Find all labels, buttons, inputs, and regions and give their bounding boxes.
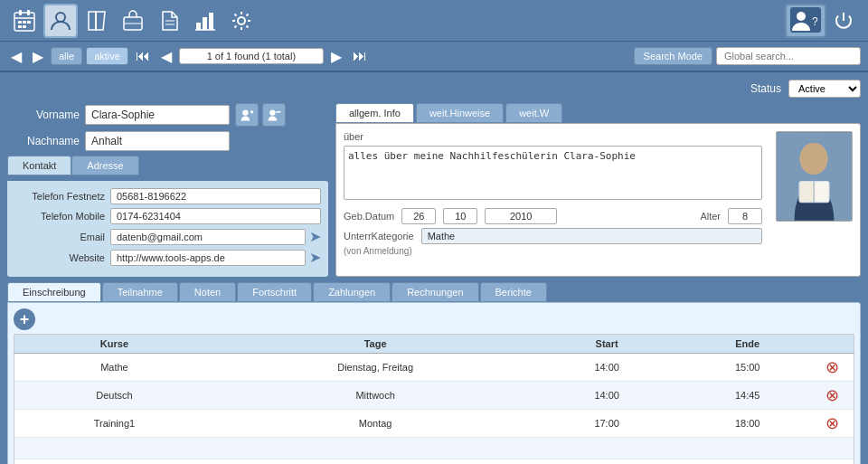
main-content: Status Active Vorname Nachnam xyxy=(0,72,868,464)
toolbar: ? xyxy=(0,0,868,42)
power-icon[interactable] xyxy=(826,4,861,38)
nachname-label: Nachname xyxy=(7,135,80,147)
tab-einschreibung[interactable]: Einschreibung xyxy=(7,282,101,302)
info-fields-row: Geb.Datum Alter xyxy=(344,208,762,224)
delete-course-button[interactable]: ⊗ xyxy=(826,357,839,377)
website-link-button[interactable]: ➤ xyxy=(309,249,321,266)
unterr-row: UnterrKategorie xyxy=(344,228,762,244)
telefon-mobile-input[interactable] xyxy=(110,208,321,224)
course-start: 14:00 xyxy=(536,354,677,382)
assistant-button[interactable]: ? xyxy=(785,4,826,38)
svg-rect-31 xyxy=(799,182,814,202)
nav-last-button[interactable]: ⏭ xyxy=(349,46,371,66)
telefon-festnetz-input[interactable] xyxy=(110,188,321,204)
table-row: Training1 Montag 17:00 18:00 ⊗ xyxy=(14,410,854,438)
settings-icon[interactable] xyxy=(224,4,259,38)
email-link-button[interactable]: ➤ xyxy=(309,228,321,245)
person-icons xyxy=(235,103,286,127)
status-select[interactable]: Active xyxy=(788,80,861,98)
remove-person-button[interactable] xyxy=(262,103,286,127)
svg-rect-5 xyxy=(23,21,26,24)
telefon-mobile-row: Telefon Mobile xyxy=(14,208,321,224)
status-label: Status xyxy=(750,82,781,95)
course-ende: 15:00 xyxy=(677,354,818,382)
tab-kontakt[interactable]: Kontakt xyxy=(7,156,71,175)
add-course-button[interactable]: + xyxy=(14,308,35,330)
global-search-input[interactable] xyxy=(716,47,861,65)
table-toolbar: + xyxy=(14,308,854,330)
tab-zahlungen[interactable]: Zahlungen xyxy=(313,282,391,302)
vorname-input[interactable] xyxy=(85,105,230,125)
course-start: 14:00 xyxy=(536,382,677,410)
nav-prev-button[interactable]: ◀ xyxy=(157,46,175,67)
nachname-input[interactable] xyxy=(85,131,230,151)
tab-allgem-info[interactable]: allgem. Info xyxy=(335,103,414,123)
nav-forward-button[interactable]: ▶ xyxy=(29,46,47,67)
tab-weit-hinweise[interactable]: weit.Hinweise xyxy=(416,103,504,123)
tab-noten[interactable]: Noten xyxy=(179,282,236,302)
unterr-kategorie-label: UnterrKategorie xyxy=(344,231,414,241)
header-start: Start xyxy=(536,335,677,354)
tab-fortschritt[interactable]: Fortschritt xyxy=(237,282,312,302)
geb-month-input[interactable] xyxy=(443,208,477,224)
unterr-kategorie-input[interactable] xyxy=(421,228,762,244)
svg-rect-1 xyxy=(19,10,22,15)
tab-weit-w[interactable]: weit.W xyxy=(505,103,562,123)
table-row: Mathe Dienstag, Freitag 14:00 15:00 ⊗ xyxy=(14,354,854,382)
email-label: Email xyxy=(14,232,105,242)
contact-icon[interactable] xyxy=(43,4,78,38)
add-person-button[interactable] xyxy=(235,103,259,127)
nav-back-button[interactable]: ◀ xyxy=(7,46,25,67)
enroll-content: + Kurse Tage Start Ende xyxy=(7,302,861,464)
info-textarea[interactable]: alles über meine Nachhilfeschülerin Clar… xyxy=(344,146,762,200)
svg-point-21 xyxy=(797,12,806,21)
nav-next-button[interactable]: ▶ xyxy=(327,46,345,67)
svg-rect-15 xyxy=(196,23,201,30)
chart-icon[interactable] xyxy=(188,4,222,38)
course-tage: Dienstag, Freitag xyxy=(214,354,537,382)
alter-input[interactable] xyxy=(728,208,762,224)
delete-course-button[interactable]: ⊗ xyxy=(826,413,839,433)
course-start: 17:00 xyxy=(536,410,677,438)
document-icon[interactable] xyxy=(152,4,186,38)
svg-rect-4 xyxy=(18,21,22,24)
course-ende: 18:00 xyxy=(677,410,818,438)
svg-rect-17 xyxy=(209,13,213,30)
course-table: Kurse Tage Start Ende Mathe Dienstag, Fr… xyxy=(14,334,854,464)
navbar: ◀ ▶ alle aktive ⏮ ◀ 1 of 1 found (1 tota… xyxy=(0,42,868,72)
book-icon[interactable] xyxy=(80,4,114,38)
nav-first-button[interactable]: ⏮ xyxy=(132,46,154,66)
svg-point-23 xyxy=(242,109,248,115)
website-input[interactable] xyxy=(110,250,306,266)
contact-tabs: Kontakt Adresse xyxy=(7,156,328,175)
geb-datum-label: Geb.Datum xyxy=(344,211,394,222)
course-tage: Mittwoch xyxy=(214,382,537,410)
table-row: Deutsch Mittwoch 14:00 14:45 ⊗ xyxy=(14,382,854,410)
nav-info: 1 of 1 found (1 total) xyxy=(179,48,324,64)
search-mode-button[interactable]: Search Mode xyxy=(634,47,712,65)
info-content: über alles über meine Nachhilfeschülerin… xyxy=(335,123,861,277)
course-table-scroll: Kurse Tage Start Ende Mathe Dienstag, Fr… xyxy=(14,334,854,464)
calendar-icon[interactable] xyxy=(7,4,42,38)
tab-adresse[interactable]: Adresse xyxy=(71,156,138,175)
svg-point-9 xyxy=(56,13,65,22)
student-photo xyxy=(776,131,853,222)
course-delete-cell: ⊗ xyxy=(818,410,854,438)
email-input[interactable] xyxy=(110,229,306,245)
tab-berichte[interactable]: Berichte xyxy=(480,282,547,302)
vorname-label: Vorname xyxy=(7,109,80,121)
svg-text:?: ? xyxy=(812,15,818,28)
filter-active-button[interactable]: aktive xyxy=(86,47,128,65)
geb-year-input[interactable] xyxy=(485,208,557,224)
top-section: Vorname Nachname Kontakt Adresse xyxy=(7,103,861,277)
geb-day-input[interactable] xyxy=(401,208,436,224)
tab-rechnungen[interactable]: Rechnungen xyxy=(392,282,478,302)
course-ende: 14:45 xyxy=(677,382,818,410)
delete-course-button[interactable]: ⊗ xyxy=(826,385,839,405)
telefon-festnetz-row: Telefon Festnetz xyxy=(14,188,321,204)
uber-label: über xyxy=(344,131,762,142)
telefon-mobile-label: Telefon Mobile xyxy=(14,211,105,222)
filter-all-button[interactable]: alle xyxy=(51,47,82,65)
tab-teilnahme[interactable]: Teilnahme xyxy=(102,282,178,302)
briefcase-icon[interactable] xyxy=(116,4,150,38)
